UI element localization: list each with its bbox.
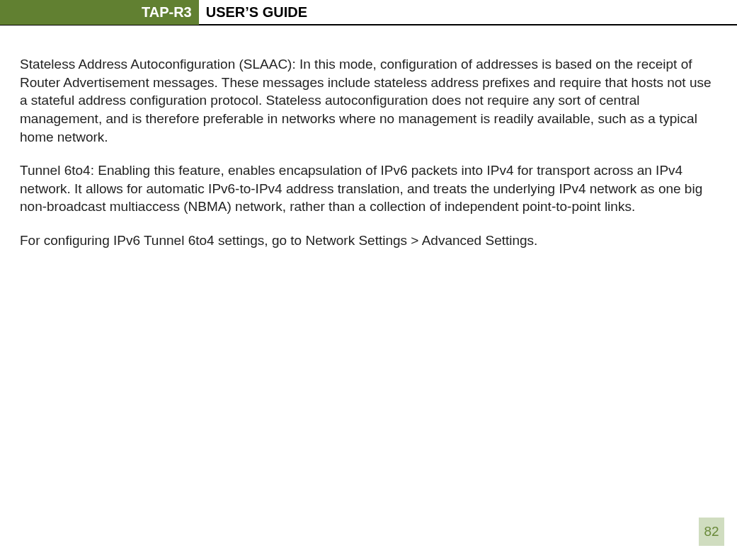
- body-paragraph: For configuring IPv6 Tunnel 6to4 setting…: [20, 232, 717, 250]
- body-paragraph: Tunnel 6to4: Enabling this feature, enab…: [20, 161, 717, 216]
- page-number: 82: [704, 524, 719, 539]
- page-title: USER’S GUIDE: [199, 4, 307, 21]
- product-label-block: TAP-R3: [0, 0, 199, 25]
- page-content: Stateless Address Autoconfiguration (SLA…: [0, 25, 737, 250]
- page-number-box: 82: [699, 518, 724, 546]
- page-header: TAP-R3 USER’S GUIDE: [0, 0, 737, 25]
- product-label: TAP-R3: [142, 4, 192, 21]
- body-paragraph: Stateless Address Autoconfiguration (SLA…: [20, 55, 717, 146]
